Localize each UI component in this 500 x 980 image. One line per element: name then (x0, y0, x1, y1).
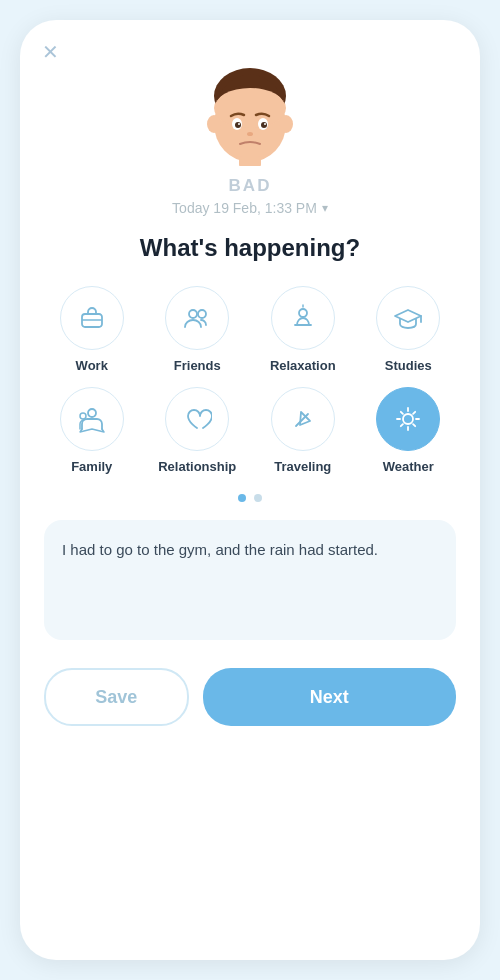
work-icon-wrap (60, 286, 124, 350)
dot-2 (254, 494, 262, 502)
family-icon-wrap (60, 387, 124, 451)
svg-point-15 (189, 310, 197, 318)
svg-point-7 (235, 122, 241, 128)
traveling-icon (288, 404, 318, 434)
svg-rect-12 (239, 156, 261, 166)
question-title: What's happening? (140, 234, 360, 262)
family-icon (77, 404, 107, 434)
relaxation-label: Relaxation (270, 358, 336, 373)
svg-point-21 (403, 414, 413, 424)
work-icon (77, 303, 107, 333)
svg-line-27 (413, 424, 415, 426)
friends-label: Friends (174, 358, 221, 373)
category-relationship[interactable]: Relationship (150, 387, 246, 474)
svg-line-26 (401, 412, 403, 414)
notes-textarea[interactable] (44, 520, 456, 640)
date-row[interactable]: Today 19 Feb, 1:33 PM ▾ (172, 200, 328, 216)
svg-line-29 (401, 424, 403, 426)
svg-point-2 (214, 88, 286, 128)
action-buttons: Save Next (44, 668, 456, 726)
category-work[interactable]: Work (44, 286, 140, 373)
chevron-down-icon: ▾ (322, 201, 328, 215)
date-text: Today 19 Feb, 1:33 PM (172, 200, 317, 216)
category-family[interactable]: Family (44, 387, 140, 474)
avatar (195, 56, 305, 166)
dot-1 (238, 494, 246, 502)
svg-point-8 (261, 122, 267, 128)
weather-label: Weather (383, 459, 434, 474)
work-label: Work (76, 358, 108, 373)
relationship-label: Relationship (158, 459, 236, 474)
traveling-label: Traveling (274, 459, 331, 474)
relaxation-icon-wrap (271, 286, 335, 350)
studies-icon-wrap (376, 286, 440, 350)
svg-point-17 (299, 309, 307, 317)
svg-line-28 (413, 412, 415, 414)
weather-icon-wrap (376, 387, 440, 451)
mood-label: BAD (229, 176, 272, 196)
studies-label: Studies (385, 358, 432, 373)
family-label: Family (71, 459, 112, 474)
weather-icon (393, 404, 423, 434)
page-dots (238, 494, 262, 502)
close-button[interactable]: ✕ (42, 42, 59, 62)
main-card: ✕ (20, 20, 480, 960)
category-relaxation[interactable]: Relaxation (255, 286, 351, 373)
next-button[interactable]: Next (203, 668, 456, 726)
svg-point-4 (279, 115, 293, 133)
svg-point-11 (247, 132, 253, 136)
friends-icon (182, 303, 212, 333)
svg-point-9 (238, 123, 240, 125)
category-friends[interactable]: Friends (150, 286, 246, 373)
relationship-icon-wrap (165, 387, 229, 451)
svg-point-16 (198, 310, 206, 318)
svg-point-3 (207, 115, 221, 133)
friends-icon-wrap (165, 286, 229, 350)
category-studies[interactable]: Studies (361, 286, 457, 373)
traveling-icon-wrap (271, 387, 335, 451)
category-traveling[interactable]: Traveling (255, 387, 351, 474)
relaxation-icon (288, 303, 318, 333)
relationship-icon (182, 404, 212, 434)
category-weather[interactable]: Weather (361, 387, 457, 474)
svg-point-20 (80, 413, 86, 419)
svg-point-19 (88, 409, 96, 417)
categories-grid: Work Friends (44, 286, 456, 474)
studies-icon (393, 303, 423, 333)
save-button[interactable]: Save (44, 668, 189, 726)
svg-point-10 (264, 123, 266, 125)
